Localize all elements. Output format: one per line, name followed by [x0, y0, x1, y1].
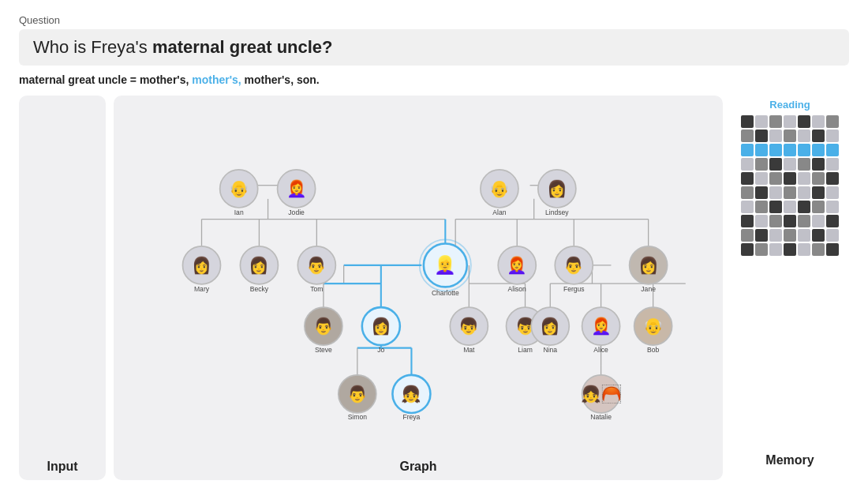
memory-cell: [826, 201, 839, 213]
memory-cell: [812, 229, 825, 242]
svg-text:Simon: Simon: [348, 413, 368, 421]
svg-text:Jodie: Jodie: [288, 208, 305, 216]
svg-text:Bob: Bob: [647, 346, 659, 354]
memory-cell: [826, 243, 839, 256]
svg-text:👨: 👨: [347, 384, 368, 404]
svg-text:👩: 👩: [547, 178, 567, 199]
memory-cell: [755, 186, 768, 199]
memory-cell: [741, 172, 754, 185]
svg-text:Jane: Jane: [641, 285, 656, 293]
svg-text:Steve: Steve: [315, 346, 332, 354]
memory-cell: [755, 215, 768, 227]
reading-label: Reading: [769, 99, 810, 111]
memory-cell: [755, 158, 768, 171]
memory-cell: [812, 215, 825, 227]
svg-text:Charlotte: Charlotte: [432, 289, 459, 297]
svg-text:👩: 👩: [192, 255, 212, 276]
svg-text:👴: 👴: [229, 178, 249, 199]
svg-text:Mat: Mat: [463, 346, 475, 354]
input-panel: Input: [19, 96, 106, 480]
graph-panel: 👴 Ian 👩‍🦰 Jodie 👴 Alan 👩 Lindsey: [114, 96, 723, 480]
memory-label: Memory: [765, 453, 814, 474]
svg-text:👩‍🦰: 👩‍🦰: [591, 316, 612, 336]
svg-text:Alison: Alison: [508, 285, 527, 293]
svg-text:Jo: Jo: [377, 346, 384, 354]
memory-cell: [769, 243, 782, 256]
memory-cell: [784, 158, 796, 171]
memory-cell: [812, 144, 825, 156]
svg-text:👧‍🦰: 👧‍🦰: [581, 384, 622, 404]
memory-cell: [769, 229, 782, 242]
memory-cell: [784, 243, 796, 256]
memory-cell: [784, 172, 796, 185]
memory-cell: [741, 158, 754, 171]
memory-cell: [798, 158, 810, 171]
memory-cell: [784, 229, 796, 242]
memory-cell: [755, 229, 768, 242]
memory-cell: [741, 215, 754, 227]
memory-cell: [741, 243, 754, 256]
question-prefix: Question: [19, 14, 849, 26]
memory-cell: [769, 215, 782, 227]
memory-cell: [769, 130, 782, 142]
content-row: Input: [19, 96, 849, 480]
definition-text: maternal great uncle = mother's, mother'…: [19, 73, 849, 86]
svg-text:👨: 👨: [306, 255, 327, 276]
memory-cell: [826, 229, 839, 242]
svg-text:👩: 👩: [371, 316, 391, 336]
svg-text:👴: 👴: [489, 178, 510, 199]
memory-cell: [798, 186, 810, 199]
memory-cell: [798, 229, 810, 242]
memory-cell: [826, 115, 839, 128]
memory-cell: [798, 243, 810, 256]
memory-cell: [798, 115, 810, 128]
memory-cell: [769, 201, 782, 213]
memory-cell: [741, 115, 754, 128]
memory-cell: [755, 144, 768, 156]
main-container: Question Who is Freya's maternal great u…: [0, 0, 868, 488]
memory-cell: [755, 172, 768, 185]
svg-text:Freya: Freya: [402, 413, 420, 421]
svg-text:Nina: Nina: [543, 346, 557, 354]
svg-text:Alan: Alan: [492, 208, 506, 216]
memory-cell: [741, 144, 754, 156]
memory-panel: Reading Memory: [731, 96, 849, 480]
memory-cell: [769, 115, 782, 128]
svg-text:👦: 👦: [458, 316, 479, 336]
memory-cell: [769, 158, 782, 171]
svg-text:👩: 👩: [638, 255, 659, 276]
question-text: Who is Freya's maternal great uncle?: [33, 37, 333, 57]
memory-cell: [798, 130, 810, 142]
memory-cell: [755, 115, 768, 128]
memory-cell: [784, 215, 796, 227]
graph-label: Graph: [399, 460, 436, 474]
memory-cell: [741, 186, 754, 199]
memory-cell: [741, 201, 754, 213]
memory-cell: [812, 115, 825, 128]
memory-cell: [784, 201, 796, 213]
memory-cell: [784, 144, 796, 156]
memory-cell: [798, 172, 810, 185]
memory-cell: [769, 172, 782, 185]
svg-text:Natalie: Natalie: [590, 413, 612, 421]
memory-cell: [755, 130, 768, 142]
memory-cell: [826, 172, 839, 185]
svg-text:👩: 👩: [540, 316, 560, 336]
svg-text:Mary: Mary: [194, 285, 210, 293]
memory-cell: [812, 201, 825, 213]
svg-text:👩‍🦰: 👩‍🦰: [507, 255, 527, 276]
svg-text:👴: 👴: [643, 316, 664, 336]
memory-cell: [784, 186, 796, 199]
svg-text:Becky: Becky: [250, 285, 269, 293]
svg-text:👧: 👧: [401, 384, 421, 404]
memory-cell: [755, 243, 768, 256]
memory-cell: [812, 172, 825, 185]
question-box: Who is Freya's maternal great uncle?: [19, 29, 849, 66]
memory-cell: [769, 186, 782, 199]
svg-text:👩: 👩: [249, 255, 269, 276]
svg-text:Liam: Liam: [518, 346, 533, 354]
memory-cell: [826, 130, 839, 142]
memory-cell: [826, 215, 839, 227]
svg-text:👩‍🦰: 👩‍🦰: [286, 178, 307, 199]
svg-text:Fergus: Fergus: [563, 285, 585, 293]
